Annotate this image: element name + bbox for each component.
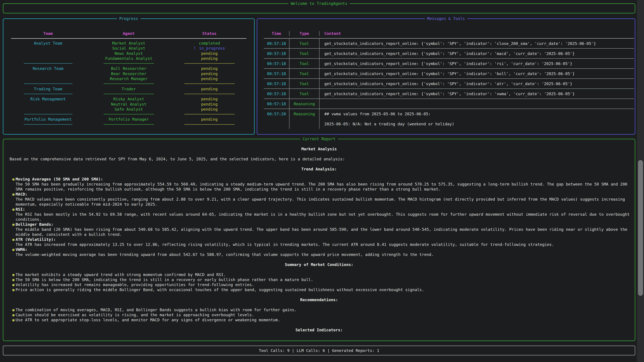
messages-col-time: Time xyxy=(264,31,290,36)
table-row: 00:57:20 Reasoning ## vwma values from 2… xyxy=(264,109,634,129)
bullet-icon: ● xyxy=(12,237,14,242)
progress-col-team: Team xyxy=(8,31,88,36)
stats-bar-text: Tool Calls: 9 | LLM Calls: 6 | Generated… xyxy=(259,348,379,353)
messages-panel-title: Messages & Tools xyxy=(425,16,467,21)
messages-col-type: Type xyxy=(290,31,320,36)
group-separator xyxy=(8,91,250,96)
table-row: Trading Team Trader pending xyxy=(8,86,250,91)
messages-table-header: Time Type Content xyxy=(264,31,634,36)
table-row: Analyst Team Market Analyst completed xyxy=(8,41,250,46)
status-badge: ⠇ in_progress xyxy=(169,46,250,51)
progress-table-header: Team Agent Status xyxy=(8,31,250,36)
bullet-icon: ● xyxy=(12,287,14,292)
status-badge: pending xyxy=(169,76,250,81)
report-panel: Current Report Market Analysis Based on … xyxy=(3,139,635,341)
messages-panel: Messages & Tools Time Type Content 00:57… xyxy=(257,18,635,135)
welcome-title: Welcome to TradingAgents xyxy=(288,1,350,6)
bullet-icon: ● xyxy=(12,207,14,212)
scrollbar-thumb[interactable] xyxy=(638,160,643,296)
status-badge: pending xyxy=(169,71,250,76)
table-row: Research Manager pending xyxy=(8,76,250,81)
section-heading: Trend Analysis: xyxy=(3,167,635,172)
table-row: Risk Management Risky Analyst pending xyxy=(8,96,250,102)
status-badge: pending xyxy=(169,66,250,71)
bullet-icon: ● xyxy=(12,312,14,318)
group-separator xyxy=(8,81,250,86)
table-row: News Analyst pending xyxy=(8,51,250,56)
messages-table: Time Type Content 00:57:18 Tool get_stoc… xyxy=(264,31,634,129)
table-row: Bear Researcher pending xyxy=(8,71,250,76)
scrollbar-track[interactable] xyxy=(637,0,644,362)
bullet-icon: ● xyxy=(12,307,14,312)
progress-col-agent: Agent xyxy=(88,31,169,36)
group-separator xyxy=(8,112,250,117)
bullet-icon: ● xyxy=(12,222,14,227)
list-item: ●VWMA: xyxy=(3,247,635,252)
table-row: Neutral Analyst pending xyxy=(8,102,250,107)
table-row: Safe Analyst pending xyxy=(8,107,250,112)
report-body: Market Analysis Based on the comprehensi… xyxy=(3,139,635,333)
table-row: Fundamentals Analyst pending xyxy=(8,56,250,61)
list-item: ●Volatility has increased but remains ma… xyxy=(3,282,635,287)
group-separator xyxy=(8,122,250,127)
bullet-icon: ● xyxy=(12,247,14,252)
table-row: Portfolio Management Portfolio Manager p… xyxy=(8,117,250,122)
terminal-screen: Welcome to TradingAgents Progress Team A… xyxy=(0,0,644,362)
table-row: 00:57:18 Tool get_stockstats_indicators_… xyxy=(264,48,634,58)
group-separator xyxy=(8,61,250,66)
stats-bar: Tool Calls: 9 | LLM Calls: 6 | Generated… xyxy=(3,346,635,356)
progress-panel-title: Progress xyxy=(117,16,140,21)
report-panel-title: Current Report xyxy=(300,136,338,141)
bullet-icon: ● xyxy=(12,282,14,287)
status-badge: pending xyxy=(169,96,250,102)
table-row: Research Team Bull Researcher pending xyxy=(8,66,250,71)
list-item: ●Moving Averages (50 SMA and 200 SMA): xyxy=(3,177,635,182)
progress-table: Team Agent Status Analyst Team Market An… xyxy=(8,31,250,127)
section-heading: Summary of Market Conditions: xyxy=(3,262,635,267)
progress-panel: Progress Team Agent Status Analyst Team … xyxy=(3,18,254,135)
table-row: 00:57:18 Reasoning xyxy=(264,98,634,109)
list-item: ●The 50 SMA is below the 200 SMA, indica… xyxy=(3,277,635,282)
section-heading: Selected Indicators: xyxy=(3,328,635,333)
table-row: 00:57:18 Tool get_stockstats_indicators_… xyxy=(264,68,634,78)
bullet-icon: ● xyxy=(12,272,14,277)
bullet-icon: ● xyxy=(12,318,14,323)
status-badge: pending xyxy=(169,86,250,91)
list-item: ●The market exhibits a steady upward tre… xyxy=(3,272,635,277)
list-item: ●Price action is generally riding the mi… xyxy=(3,287,635,292)
bullet-icon: ● xyxy=(12,177,14,182)
table-row: Social Analyst ⠇ in_progress xyxy=(8,46,250,51)
list-item: ●Caution should be exercised as volatili… xyxy=(3,312,635,318)
list-item: ●MACD: xyxy=(3,192,635,197)
bullet-icon: ● xyxy=(12,277,14,282)
report-heading: Market Analysis xyxy=(3,146,635,151)
status-badge: pending xyxy=(169,51,250,56)
list-item: ●RSI: xyxy=(3,207,635,212)
progress-col-status: Status xyxy=(169,31,250,36)
table-row: 00:57:18 Tool get_stockstats_indicators_… xyxy=(264,78,634,88)
list-item: ●ATR (Volatility): xyxy=(3,237,635,242)
bullet-icon: ● xyxy=(12,192,14,197)
table-row: 00:57:18 Tool get_stockstats_indicators_… xyxy=(264,38,634,48)
status-badge: pending xyxy=(169,102,250,107)
status-badge: pending xyxy=(169,117,250,122)
list-item: ●Bollinger Bands: xyxy=(3,222,635,227)
welcome-panel: Welcome to TradingAgents xyxy=(3,3,635,13)
status-badge: completed xyxy=(169,41,250,46)
messages-col-content: Content xyxy=(320,31,634,36)
report-intro: Based on the comprehensive data retrieve… xyxy=(3,157,635,162)
progress-header-underline xyxy=(8,36,250,41)
spinner-icon: ⠇ xyxy=(194,46,196,51)
list-item: ●The combination of moving averages, MAC… xyxy=(3,307,635,312)
table-row: 00:57:18 Tool get_stockstats_indicators_… xyxy=(264,58,634,68)
status-badge: pending xyxy=(169,107,250,112)
list-item: ●Use ATR to set appropriate stop-loss le… xyxy=(3,318,635,323)
section-heading: Recommendations: xyxy=(3,297,635,302)
table-row: 00:57:18 Tool get_stockstats_indicators_… xyxy=(264,88,634,98)
status-badge: pending xyxy=(169,56,250,61)
